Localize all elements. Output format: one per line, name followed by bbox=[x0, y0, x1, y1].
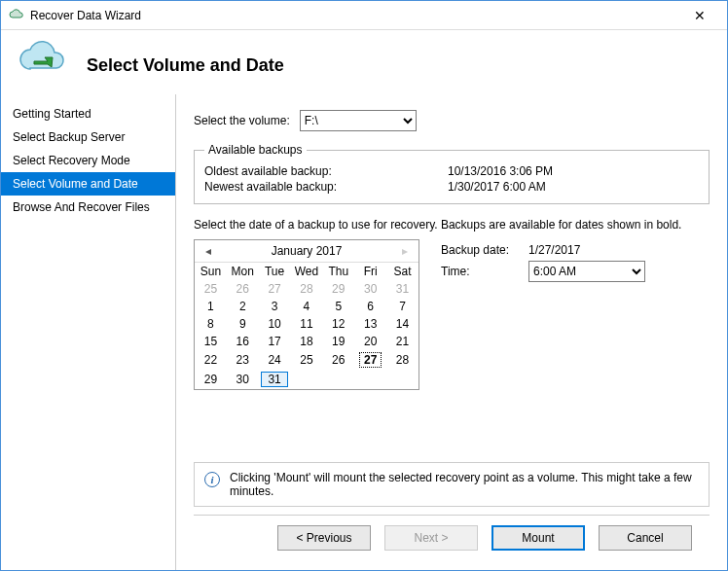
oldest-backup-value: 10/13/2016 3:06 PM bbox=[448, 164, 553, 178]
calendar-day[interactable]: 31 bbox=[386, 280, 419, 298]
page-heading: Select Volume and Date bbox=[87, 55, 284, 76]
calendar-day[interactable]: 5 bbox=[322, 298, 354, 315]
info-box: i Clicking 'Mount' will mount the select… bbox=[194, 462, 710, 507]
oldest-backup-label: Oldest available backup: bbox=[204, 164, 448, 178]
calendar-day[interactable]: 20 bbox=[354, 333, 386, 350]
calendar-header: ◂ January 2017 ▸ bbox=[195, 240, 419, 263]
backup-date-meta: Backup date: 1/27/2017 Time: 6:00 AM bbox=[441, 239, 710, 286]
calendar-day bbox=[354, 370, 386, 389]
newest-backup-row: Newest available backup: 1/30/2017 6:00 … bbox=[204, 180, 699, 194]
oldest-backup-row: Oldest available backup: 10/13/2016 3:06… bbox=[204, 164, 699, 178]
time-label: Time: bbox=[441, 265, 528, 278]
calendar-day[interactable]: 25 bbox=[291, 350, 323, 370]
backup-date-value: 1/27/2017 bbox=[528, 243, 580, 257]
calendar-day-header: Sat bbox=[386, 263, 419, 280]
calendar-day-header: Wed bbox=[291, 263, 323, 280]
calendar-day[interactable]: 26 bbox=[227, 280, 259, 298]
wizard-step[interactable]: Getting Started bbox=[1, 102, 175, 125]
calendar-day[interactable]: 4 bbox=[291, 298, 323, 315]
available-backups-group: Available backups Oldest available backu… bbox=[194, 143, 710, 204]
calendar-day bbox=[291, 370, 323, 389]
time-select[interactable]: 6:00 AM bbox=[528, 261, 645, 282]
wizard-step[interactable]: Select Volume and Date bbox=[1, 172, 175, 196]
calendar-day[interactable]: 8 bbox=[195, 315, 227, 333]
wizard-footer: < Previous Next > Mount Cancel bbox=[194, 515, 710, 560]
cloud-arrow-icon bbox=[17, 40, 71, 79]
main-panel: Select the volume: F:\ Available backups… bbox=[176, 94, 727, 570]
calendar-day[interactable]: 1 bbox=[195, 298, 227, 315]
calendar-next-button[interactable]: ▸ bbox=[397, 244, 413, 258]
newest-backup-label: Newest available backup: bbox=[204, 180, 448, 194]
wizard-step[interactable]: Browse And Recover Files bbox=[1, 196, 175, 219]
mount-button[interactable]: Mount bbox=[491, 525, 585, 551]
calendar-day-header: Sun bbox=[195, 263, 227, 280]
calendar-day-header: Fri bbox=[354, 263, 386, 280]
calendar-day[interactable]: 10 bbox=[259, 315, 291, 333]
calendar-day[interactable]: 29 bbox=[322, 280, 354, 298]
calendar-day[interactable]: 22 bbox=[195, 350, 227, 370]
previous-button[interactable]: < Previous bbox=[277, 525, 371, 551]
close-icon: ✕ bbox=[694, 8, 706, 23]
wizard-window: Recover Data Wizard ✕ Select Volume and … bbox=[0, 0, 728, 571]
calendar-day[interactable]: 18 bbox=[291, 333, 323, 350]
calendar-day[interactable]: 19 bbox=[322, 333, 354, 350]
wizard-step[interactable]: Select Backup Server bbox=[1, 125, 175, 149]
titlebar: Recover Data Wizard ✕ bbox=[1, 1, 727, 30]
calendar-day[interactable]: 9 bbox=[227, 315, 259, 333]
available-backups-legend: Available backups bbox=[204, 143, 307, 157]
backup-date-label: Backup date: bbox=[441, 243, 528, 257]
calendar-day[interactable]: 16 bbox=[227, 333, 259, 350]
calendar-day[interactable]: 11 bbox=[291, 315, 323, 333]
calendar-day[interactable]: 30 bbox=[354, 280, 386, 298]
calendar-day[interactable]: 14 bbox=[386, 315, 419, 333]
calendar-day[interactable]: 26 bbox=[322, 350, 354, 370]
close-button[interactable]: ✕ bbox=[680, 2, 719, 29]
calendar-day[interactable]: 23 bbox=[227, 350, 259, 370]
info-text: Clicking 'Mount' will mount the selected… bbox=[230, 471, 699, 498]
chevron-left-icon: ◂ bbox=[205, 244, 211, 258]
calendar-day[interactable]: 3 bbox=[259, 298, 291, 315]
calendar-day-header: Tue bbox=[259, 263, 291, 280]
volume-select[interactable]: F:\ bbox=[300, 110, 417, 131]
wizard-header: Select Volume and Date bbox=[1, 30, 727, 94]
calendar-day[interactable]: 31 bbox=[259, 370, 291, 389]
calendar-day[interactable]: 29 bbox=[195, 370, 227, 389]
chevron-right-icon: ▸ bbox=[402, 244, 408, 258]
newest-backup-value: 1/30/2017 6:00 AM bbox=[448, 180, 546, 194]
calendar-day[interactable]: 27 bbox=[259, 280, 291, 298]
select-volume-label: Select the volume: bbox=[194, 114, 290, 127]
calendar-day-header: Mon bbox=[227, 263, 259, 280]
wizard-steps-sidebar: Getting StartedSelect Backup ServerSelec… bbox=[1, 94, 176, 570]
calendar-day[interactable]: 25 bbox=[195, 280, 227, 298]
calendar-day[interactable]: 2 bbox=[227, 298, 259, 315]
calendar-day[interactable]: 17 bbox=[259, 333, 291, 350]
calendar-day[interactable]: 27 bbox=[354, 350, 386, 370]
volume-row: Select the volume: F:\ bbox=[194, 110, 710, 131]
cancel-button[interactable]: Cancel bbox=[599, 525, 692, 551]
wizard-body: Getting StartedSelect Backup ServerSelec… bbox=[1, 94, 727, 570]
calendar-prev-button[interactable]: ◂ bbox=[200, 244, 216, 258]
calendar-month-label: January 2017 bbox=[216, 244, 397, 258]
calendar[interactable]: ◂ January 2017 ▸ SunMonTueWedThuFriSat 2… bbox=[194, 239, 419, 390]
calendar-day bbox=[386, 370, 419, 389]
window-title: Recover Data Wizard bbox=[30, 9, 680, 22]
calendar-day[interactable]: 28 bbox=[291, 280, 323, 298]
calendar-day[interactable]: 21 bbox=[386, 333, 419, 350]
wizard-step[interactable]: Select Recovery Mode bbox=[1, 149, 175, 172]
date-selection-area: ◂ January 2017 ▸ SunMonTueWedThuFriSat 2… bbox=[194, 239, 710, 390]
calendar-day-header: Thu bbox=[322, 263, 354, 280]
calendar-day[interactable]: 6 bbox=[354, 298, 386, 315]
calendar-grid: SunMonTueWedThuFriSat 252627282930311234… bbox=[195, 263, 419, 389]
calendar-day[interactable]: 7 bbox=[386, 298, 419, 315]
calendar-day[interactable]: 30 bbox=[227, 370, 259, 389]
next-button: Next > bbox=[384, 525, 478, 551]
calendar-day[interactable]: 24 bbox=[259, 350, 291, 370]
instruction-text: Select the date of a backup to use for r… bbox=[194, 218, 710, 232]
calendar-day[interactable]: 28 bbox=[386, 350, 419, 370]
info-icon: i bbox=[204, 472, 220, 487]
app-cloud-icon bbox=[9, 8, 24, 23]
calendar-day bbox=[322, 370, 354, 389]
calendar-day[interactable]: 12 bbox=[322, 315, 354, 333]
calendar-day[interactable]: 13 bbox=[354, 315, 386, 333]
calendar-day[interactable]: 15 bbox=[195, 333, 227, 350]
